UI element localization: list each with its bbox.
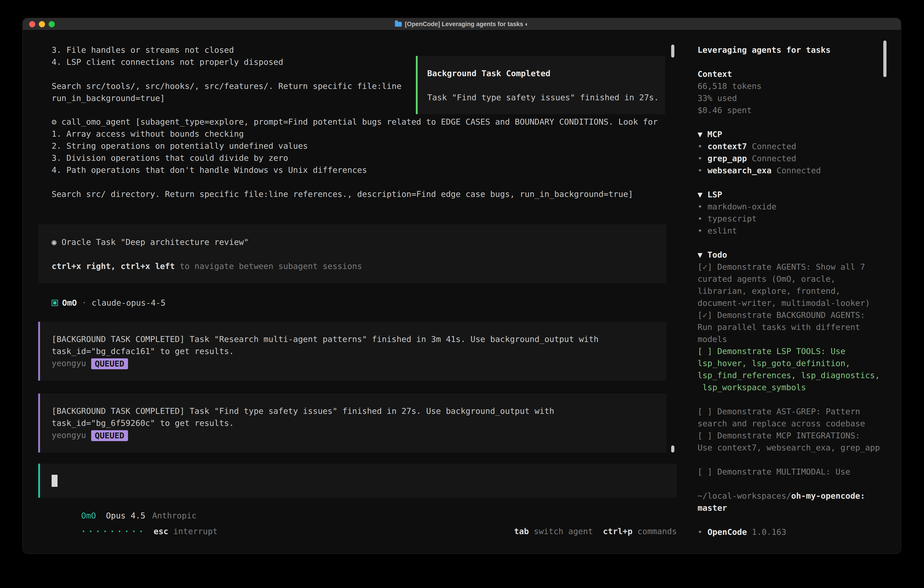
status-right: tab switch agentctrl+p commands xyxy=(475,517,677,545)
scrollback-line: 3. File handles or streams not closed xyxy=(52,44,401,56)
todo-line-active: lsp_find_references, lsp_diagnostics, xyxy=(698,369,901,381)
context-tokens: 66,518 tokens xyxy=(698,80,901,92)
sidebar-scrollbar-thumb[interactable] xyxy=(883,40,886,77)
workspace-repo: oh-my-opencode: xyxy=(791,491,865,500)
tool-call-line: 2. String operations on potentially unde… xyxy=(52,140,658,152)
oracle-title-row: ◉ Oracle Task "Deep architecture review" xyxy=(52,236,667,248)
window-titlebar: [OpenCode] Leveraging agents for tasks ◐ xyxy=(23,18,901,30)
todo-line-active: [ ] Demonstrate LSP TOOLS: Use xyxy=(698,345,901,357)
mcp-name: context7 xyxy=(708,142,747,151)
workspace-branch: master xyxy=(698,502,901,514)
zoom-button[interactable] xyxy=(49,21,55,27)
lsp-item: •markdown-oxide xyxy=(698,201,901,213)
lsp-item: •eslint xyxy=(698,225,901,237)
mcp-heading[interactable]: ▼ MCP xyxy=(698,128,901,140)
todo-heading[interactable]: ▼ Todo xyxy=(698,249,901,261)
omo-agent-icon xyxy=(52,300,58,306)
tool-call-block: ⚙ call_omo_agent [subagent_type=explore,… xyxy=(52,116,658,200)
oracle-hint-keys: ctrl+x right, ctrl+x left xyxy=(52,261,175,271)
queued-badge: QUEUED xyxy=(91,358,128,369)
todo-line-pending: [ ] Demonstrate MULTIMODAL: Use xyxy=(698,466,901,478)
message-line: [BACKGROUND TASK COMPLETED] Task "Find t… xyxy=(52,405,667,417)
bullet-icon: • xyxy=(698,527,703,537)
spacer xyxy=(698,116,901,128)
active-model-row: OmOOpus 4.5Anthropic xyxy=(52,502,197,514)
window-title-group: [OpenCode] Leveraging agents for tasks ◐ xyxy=(23,18,901,30)
minimize-button[interactable] xyxy=(39,21,45,27)
esc-key-label: interrupt xyxy=(168,527,218,536)
status-bar: ·········esc interrupt tab switch agentc… xyxy=(41,525,677,537)
esc-key-hint: esc xyxy=(153,527,168,536)
tool-call-line: ⚙ call_omo_agent [subagent_type=explore,… xyxy=(52,116,658,128)
message-line: task_id="bg_6f59260c" to get results. xyxy=(52,417,667,429)
assistant-message: [BACKGROUND TASK COMPLETED] Task "Resear… xyxy=(38,322,667,381)
oracle-title: Oracle Task "Deep architecture review" xyxy=(61,237,249,247)
message-meta-row: yeongyuQUEUED xyxy=(52,429,667,441)
tool-call-line: 4. Path operations that don't handle Win… xyxy=(52,164,658,176)
bullet-icon: • xyxy=(698,142,703,151)
todo-line-pending: search and replace across codebase xyxy=(698,418,901,429)
bullet-icon: • xyxy=(698,226,703,235)
assistant-message: [BACKGROUND TASK COMPLETED] Task "Find t… xyxy=(38,393,667,453)
spacer xyxy=(698,514,901,526)
todo-line-pending: [ ] Demonstrate AST-GREP: Pattern xyxy=(698,405,901,418)
tool-call-line xyxy=(52,176,658,188)
todo-line-done: Run parallel tasks with different xyxy=(698,321,901,333)
spacer xyxy=(427,79,665,91)
terminal-body: 3. File handles or streams not closed 4.… xyxy=(23,30,901,553)
folder-icon xyxy=(395,22,402,26)
traffic-lights xyxy=(23,21,55,27)
scrollback-line: Search src/tools/, src/hooks/, src/featu… xyxy=(52,80,401,92)
tool-call-line: Search src/ directory. Return specific f… xyxy=(52,188,658,200)
text-cursor xyxy=(52,475,58,487)
agent-separator: · xyxy=(77,298,92,307)
prompt-input[interactable] xyxy=(38,464,677,498)
lsp-name: markdown-oxide xyxy=(708,202,776,211)
scrollback-line xyxy=(52,68,401,80)
lsp-name: eslint xyxy=(708,226,737,235)
window-title: [OpenCode] Leveraging agents for tasks ◐ xyxy=(405,21,529,28)
spacer xyxy=(52,248,667,260)
session-sidebar: Leveraging agents for tasks Context 66,5… xyxy=(689,30,901,553)
mcp-name: websearch_exa xyxy=(708,166,772,175)
todo-line-pending: Use context7, websearch_exa, grep_app xyxy=(698,441,901,454)
ctrlp-key-hint: ctrl+p xyxy=(603,527,632,536)
todo-line-active: lsp_hover, lsp_goto_definition, xyxy=(698,357,901,369)
bullet-icon: • xyxy=(698,154,703,163)
mcp-item: •websearch_exaConnected xyxy=(698,164,901,177)
close-button[interactable] xyxy=(29,21,35,27)
spacer xyxy=(698,478,901,490)
oracle-icon: ◉ xyxy=(52,237,57,247)
mcp-name: grep_app xyxy=(708,154,747,163)
opencode-terminal-window: [OpenCode] Leveraging agents for tasks ◐… xyxy=(22,18,901,554)
spinner-dots: ········· xyxy=(81,527,146,536)
scrollbar-thumb[interactable] xyxy=(671,446,674,453)
lsp-name: typescript xyxy=(708,214,757,223)
workspace-path: ~/local-workspaces/ xyxy=(698,491,791,500)
notification-body: Task "Find type safety issues" finished … xyxy=(427,91,665,104)
todo-line-done: document-writer, multimodal-looker) xyxy=(698,297,901,309)
todo-line-pending xyxy=(698,454,901,466)
desktop-background: { "window": { "title": "[OpenCode] Lever… xyxy=(0,0,924,588)
todo-line-active: lsp_workspace_symbols xyxy=(698,381,901,393)
context-heading: Context xyxy=(698,68,901,80)
message-author: yeongyu xyxy=(52,430,86,440)
oracle-hint-text: to navigate between subagent sessions xyxy=(175,261,362,271)
mcp-status: Connected xyxy=(776,166,821,175)
agent-name: OmO xyxy=(62,298,77,307)
spacer xyxy=(698,56,901,68)
todo-line-pending: [ ] Demonstrate MCP INTEGRATIONS: xyxy=(698,429,901,441)
scrollback-line: 4. LSP client connections not properly d… xyxy=(52,56,401,68)
tool-call-line: 1. Array access without bounds checking xyxy=(52,128,658,140)
todo-line-done: curated agents (OmO, oracle, xyxy=(698,273,901,285)
agent-model: claude-opus-4-5 xyxy=(92,298,165,307)
scrollbar-thumb[interactable] xyxy=(671,45,674,58)
background-task-notification: Background Task Completed Task "Find typ… xyxy=(416,56,665,114)
todo-line-done: [✓] Demonstrate AGENTS: Show all 7 xyxy=(698,261,901,273)
oracle-hint-row: ctrl+x right, ctrl+x left to navigate be… xyxy=(52,260,667,272)
mcp-status: Connected xyxy=(752,142,796,151)
ctrlp-key-label: commands xyxy=(632,527,677,536)
spacer xyxy=(698,237,901,249)
oracle-task-panel: ◉ Oracle Task "Deep architecture review"… xyxy=(38,225,667,283)
lsp-heading[interactable]: ▼ LSP xyxy=(698,188,901,201)
